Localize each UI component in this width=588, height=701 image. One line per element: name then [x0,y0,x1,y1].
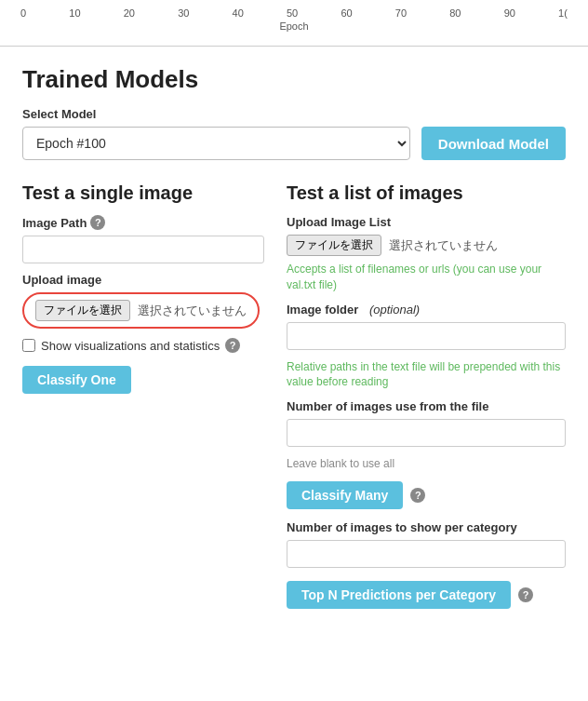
classify-one-button[interactable]: Classify One [22,366,131,394]
test-list-column: Test a list of images Upload Image List … [287,182,566,609]
folder-hint: Relative paths in the text file will be … [287,359,566,391]
epoch-label: Epoch [19,20,569,32]
trained-models-section: Trained Models Select Model Epoch #100 D… [22,65,566,160]
axis-0: 0 [20,7,26,19]
axis-80: 80 [449,7,461,19]
axis-100: 1( [558,7,568,19]
download-model-button[interactable]: Download Model [421,127,566,160]
section-title: Trained Models [22,65,566,94]
select-model-label: Select Model [22,107,566,121]
test-single-column: Test a single image Image Path ? Upload … [22,182,264,609]
two-column-section: Test a single image Image Path ? Upload … [22,182,566,609]
axis-90: 90 [504,7,515,19]
upload-list-no-selected: 選択されていません [389,237,498,254]
chart-area: 0 10 20 30 40 50 60 70 80 90 1( Epoch [0,0,588,47]
axis-70: 70 [395,7,407,19]
upload-list-file-button[interactable]: ファイルを選択 [287,235,381,256]
num-per-cat-input[interactable]: 9 [287,540,566,568]
upload-image-no-selected: 選択されていません [138,303,247,319]
model-select-row: Epoch #100 Download Model [22,127,566,160]
upload-list-file-row: ファイルを選択 選択されていません [287,235,566,256]
axis-40: 40 [233,7,244,19]
classify-many-row: Classify Many ? [287,481,566,509]
num-images-hint: Leave blank to use all [287,456,566,472]
axis-50: 50 [287,7,298,19]
axis-30: 30 [178,7,189,19]
image-path-label: Image Path ? [22,215,264,230]
top-n-row: Top N Predictions per Category ? [287,581,566,609]
main-content: Trained Models Select Model Epoch #100 D… [0,47,588,627]
test-single-title: Test a single image [22,182,264,204]
classify-many-help-icon[interactable]: ? [410,488,425,503]
upload-list-label: Upload Image List [287,215,566,229]
show-viz-label: Show visualizations and statistics [41,339,220,353]
image-path-help-icon[interactable]: ? [90,215,105,230]
num-images-label: Number of images use from the file [287,399,566,413]
upload-image-label: Upload image [22,273,264,287]
num-per-cat-label: Number of images to show per category [287,520,566,534]
image-path-input[interactable] [22,236,264,263]
show-viz-help-icon[interactable]: ? [225,338,240,353]
num-images-input[interactable]: All [287,419,566,447]
top-n-button[interactable]: Top N Predictions per Category [287,581,511,609]
model-select[interactable]: Epoch #100 [22,127,410,160]
image-folder-optional: (optional) [369,303,420,317]
top-n-help-icon[interactable]: ? [518,587,533,602]
test-list-title: Test a list of images [287,182,566,204]
image-folder-input[interactable] [287,322,566,350]
axis-10: 10 [69,7,80,19]
classify-many-button[interactable]: Classify Many [287,481,403,509]
show-viz-checkbox[interactable] [22,339,35,352]
chart-axis: 0 10 20 30 40 50 60 70 80 90 1( [19,7,569,19]
upload-image-file-row: ファイルを選択 選択されていません [22,292,260,329]
image-folder-label: Image folder (optional) [287,303,566,317]
show-viz-row: Show visualizations and statistics ? [22,338,264,353]
upload-list-hint: Accepts a list of filenames or urls (you… [287,262,566,293]
axis-20: 20 [124,7,135,19]
axis-60: 60 [341,7,352,19]
upload-image-file-button[interactable]: ファイルを選択 [35,300,130,321]
